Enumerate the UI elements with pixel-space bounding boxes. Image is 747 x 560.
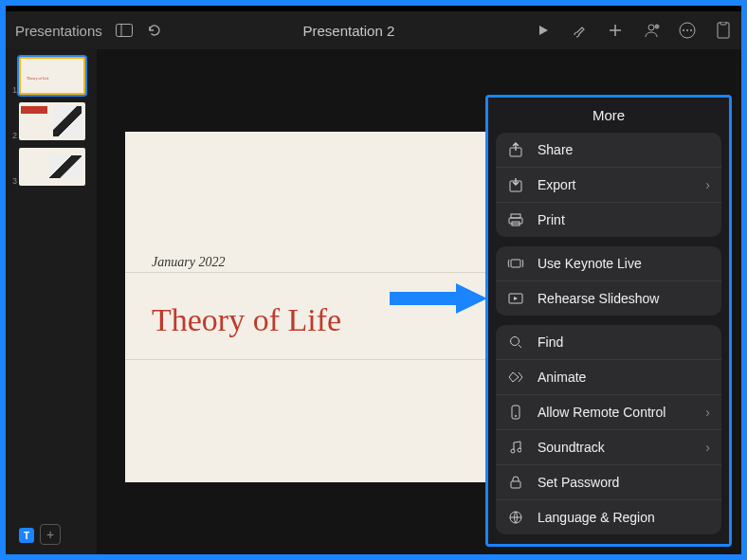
more-icon[interactable]: [679, 22, 696, 39]
svg-rect-13: [509, 218, 522, 224]
document-icon[interactable]: [715, 22, 732, 39]
collaborate-icon[interactable]: [643, 22, 660, 39]
search-icon: [507, 335, 524, 349]
export-icon: [507, 177, 524, 192]
menu-language[interactable]: Language & Region: [496, 500, 721, 534]
svg-point-21: [518, 448, 521, 452]
svg-rect-15: [511, 260, 520, 267]
svg-point-2: [648, 25, 654, 30]
remote-icon: [507, 405, 524, 420]
rehearse-icon: [507, 293, 524, 304]
toolbar: Presentations Presentation 2: [6, 11, 741, 49]
add-slide-button[interactable]: +: [40, 524, 61, 545]
panel-toggle-icon[interactable]: [116, 22, 133, 39]
animate-icon: [507, 371, 524, 383]
svg-point-5: [683, 29, 684, 31]
play-icon[interactable]: [535, 22, 552, 39]
menu-remote[interactable]: Allow Remote Control ›: [496, 395, 721, 430]
svg-point-7: [690, 29, 692, 31]
menu-share[interactable]: Share: [496, 133, 721, 168]
menu-animate[interactable]: Animate: [496, 360, 721, 395]
slide-title-text[interactable]: Theory of Life: [152, 302, 341, 338]
slide-thumb-1[interactable]: 1 Theory of Life: [11, 57, 91, 95]
svg-rect-12: [511, 214, 520, 218]
chevron-right-icon: ›: [705, 405, 710, 420]
menu-soundtrack[interactable]: Soundtrack ›: [496, 430, 721, 465]
chevron-right-icon: ›: [705, 177, 710, 192]
more-header: More: [488, 98, 729, 133]
plus-icon[interactable]: [607, 22, 624, 39]
broadcast-icon: [507, 258, 524, 269]
menu-group-2: Use Keynote Live Rehearse Slideshow: [496, 246, 721, 316]
svg-point-19: [515, 415, 517, 417]
music-icon: [507, 441, 524, 454]
more-popover: More Share Export › Print: [485, 95, 732, 547]
menu-group-4: Document Setup Guides › Settings ›: [496, 544, 721, 547]
slide-thumb-2[interactable]: 2: [11, 102, 91, 140]
menu-group-1: Share Export › Print: [496, 133, 721, 237]
svg-point-20: [511, 449, 515, 453]
globe-icon: [507, 511, 524, 524]
document-title[interactable]: Presentation 2: [163, 23, 535, 39]
share-icon: [507, 142, 524, 157]
undo-icon[interactable]: [146, 22, 163, 39]
menu-group-3: Find Animate Allow Remote Control › Soun…: [496, 325, 721, 534]
menu-password[interactable]: Set Password: [496, 465, 721, 500]
back-button[interactable]: Presentations: [15, 23, 102, 39]
menu-print[interactable]: Print: [496, 203, 721, 237]
slide-thumb-3[interactable]: 3: [11, 148, 91, 186]
brush-icon[interactable]: [571, 22, 588, 39]
menu-rehearse[interactable]: Rehearse Slideshow: [496, 281, 721, 316]
menu-keynote-live[interactable]: Use Keynote Live: [496, 246, 721, 281]
svg-point-17: [511, 337, 519, 346]
menu-doc-setup[interactable]: Document Setup: [496, 544, 721, 547]
svg-rect-9: [720, 22, 726, 25]
print-icon: [507, 213, 524, 226]
app-window: Presentations Presentation 2 1 Theory of…: [6, 6, 741, 554]
template-badge: T: [19, 528, 34, 543]
menu-find[interactable]: Find: [496, 325, 721, 360]
svg-rect-0: [116, 25, 132, 37]
chevron-right-icon: ›: [705, 440, 710, 455]
lock-icon: [507, 476, 524, 489]
slide-date-text[interactable]: January 2022: [152, 255, 225, 270]
slide-navigator: 1 Theory of Life 2 3: [6, 49, 97, 554]
menu-export[interactable]: Export ›: [496, 168, 721, 203]
svg-point-6: [686, 29, 688, 31]
svg-rect-22: [511, 481, 520, 488]
